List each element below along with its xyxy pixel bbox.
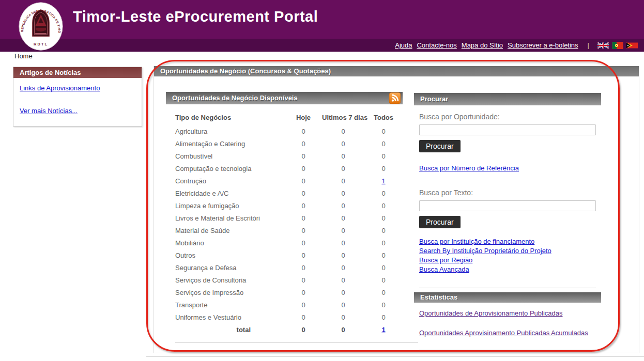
stats-link-published-accumulated[interactable]: Oportunidades Aprovisinamento Publicadas… (419, 329, 596, 337)
news-sidebar: Artigos de Notícias Links de Aprovisiona… (13, 67, 142, 127)
total-todos-link[interactable]: 1 (381, 326, 385, 334)
text-search-input[interactable] (419, 200, 596, 211)
table-row: Transporte000 (166, 299, 403, 311)
table-row: Uniformes e Vestuário000 (166, 311, 403, 323)
nav-separator: | (588, 41, 589, 49)
table-row: Serviços de Consultoria000 (166, 274, 403, 286)
table-row: Segurança e Defesa000 (166, 261, 403, 274)
col-tipo-de-negocios: Tipo de Negócios (166, 109, 285, 125)
nav-link-ajuda[interactable]: Ajuda (395, 41, 412, 49)
search-panel-title: Procurar (414, 93, 601, 105)
uk-flag-icon[interactable] (597, 42, 609, 49)
opportunity-search-input[interactable] (419, 124, 596, 135)
col-ultimos-7-dias: Ultimos 7 dias (322, 109, 364, 125)
search-button-2[interactable]: Procurar (419, 216, 461, 228)
opportunities-panel: Oportunidades de Negócio Disponíveis Tip… (166, 92, 403, 336)
top-nav: Ajuda Contacte-nos Mapa do Sítio Subscre… (0, 39, 644, 52)
search-link-project-owner-institution[interactable]: Search By Instituição Proprietário do Pr… (419, 246, 596, 256)
sidebar-link-ver-mais[interactable]: Ver mais Notícias... (20, 107, 78, 115)
stats-divider (419, 288, 596, 288)
rss-icon[interactable] (389, 92, 401, 104)
nav-link-mapa-do-sitio[interactable]: Mapa do Sítio (462, 41, 503, 49)
sidebar-title: Artigos de Notícias (13, 67, 142, 78)
svg-text:RDTL: RDTL (34, 42, 48, 46)
sidebar-link-aprovisionamento[interactable]: Links de Aprovisionamento (20, 84, 100, 92)
opportunities-panel-title: Oportunidades de Negócio Disponíveis (166, 92, 403, 104)
search-link-region[interactable]: Busca por Região (419, 256, 596, 265)
col-todos: Todos (364, 109, 403, 125)
nav-link-contacte-nos[interactable]: Contacte-nos (417, 41, 456, 49)
search-panel: Procurar Busca por Oportunidade: Procura… (414, 93, 601, 337)
portugal-flag-icon[interactable] (612, 42, 623, 49)
main-title: Oportunidades de Negócio (Concursos & Qu… (154, 66, 639, 76)
search-link-advanced[interactable]: Busca Avançada (419, 265, 596, 274)
table-header-row: Tipo de Negócios Hoje Ultimos 7 dias Tod… (166, 109, 403, 125)
table-row: Agricultura000 (166, 125, 403, 137)
col-hoje: Hoje (285, 109, 322, 125)
table-row: Alimentação e Catering000 (166, 137, 403, 150)
statistics-panel-title: Estatísticas (414, 292, 601, 303)
search-button-1[interactable]: Procurar (419, 140, 461, 152)
reference-search-link[interactable]: Busca por Número de Referência (419, 164, 519, 172)
table-row: Outros000 (166, 249, 403, 261)
site-title: Timor-Leste eProcurement Portal (73, 8, 318, 25)
table-row: Serviços de Impressão000 (166, 286, 403, 299)
table-row: Eletricidade e A/C000 (166, 187, 403, 199)
table-row: Limpeza e fumigação000 (166, 199, 403, 212)
breadcrumb-home[interactable]: Home (14, 52, 33, 60)
footer-divider (146, 356, 644, 357)
main-content: Oportunidades de Negócio (Concursos & Qu… (154, 66, 639, 353)
stats-bottom-rule (419, 350, 602, 350)
todos-count-link[interactable]: 1 (381, 177, 385, 185)
table-row: Contrução001 (166, 175, 403, 187)
timor-leste-flag-icon[interactable] (626, 42, 638, 49)
table-row: Material de Saúde000 (166, 224, 403, 237)
search-link-financing-institution[interactable]: Busca por Instituição de financiamento (419, 237, 596, 246)
text-search-label: Busca por Texto: (419, 189, 596, 197)
table-bottom-rule (175, 342, 418, 343)
table-row: Mobiliário000 (166, 237, 403, 249)
stats-link-published[interactable]: Oportunidades de Aprovisionamento Public… (419, 309, 596, 317)
table-row: Livros e Material de Escritóri000 (166, 212, 403, 224)
opportunity-search-label: Busca por Oportunidade: (419, 113, 596, 121)
site-logo: REPÚBLICA DEMOCRÁTICA DE TIMOR-LESTE RDT… (19, 2, 63, 51)
nav-link-subscrever[interactable]: Subscrever a e-boletins (508, 41, 578, 49)
table-row: Combustível000 (166, 150, 403, 162)
table-row: Computação e tecnologia000 (166, 162, 403, 175)
opportunities-table: Tipo de Negócios Hoje Ultimos 7 dias Tod… (166, 109, 403, 336)
table-total-row: total001 (166, 323, 403, 336)
